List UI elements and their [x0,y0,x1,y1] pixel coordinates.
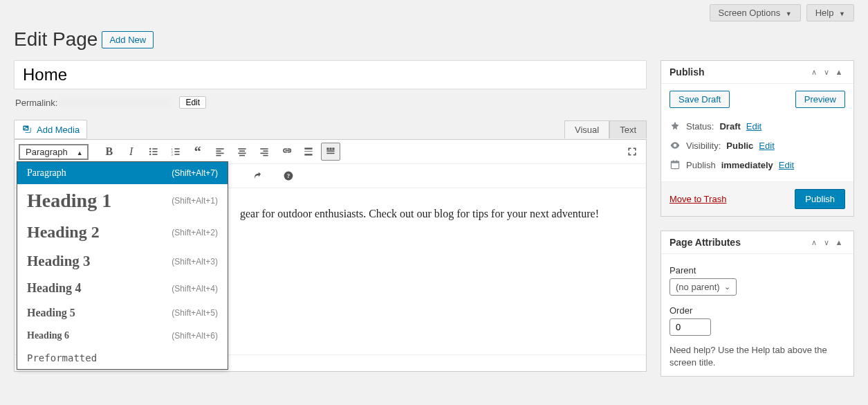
permalink-url [60,98,171,107]
link-button[interactable] [277,143,296,161]
caret-up-icon: ▲ [77,150,83,156]
svg-rect-11 [174,154,179,155]
svg-rect-5 [152,154,157,155]
redo-button[interactable] [248,167,268,185]
svg-rect-29 [332,147,334,150]
bullet-list-button[interactable] [144,143,163,161]
svg-rect-3 [152,151,157,152]
move-to-trash-link[interactable]: Move to Trash [670,194,726,204]
format-option[interactable]: Heading 2(Shift+Alt+2) [17,217,228,247]
svg-rect-14 [216,153,223,154]
format-option[interactable]: Preformatted [17,347,228,369]
toggle-panel-icon[interactable]: ▲ [833,68,845,76]
format-dropdown[interactable]: Paragraph(Shift+Alt+7)Heading 1(Shift+Al… [17,161,228,370]
svg-point-0 [149,148,151,150]
svg-rect-26 [304,154,312,155]
svg-rect-37 [676,161,678,162]
page-title: Edit Page [14,28,98,51]
align-right-button[interactable] [255,143,274,161]
page-attributes-metabox: Page Attributes ∧ ∨ ▲ Parent (no parent)… [661,231,854,377]
format-option[interactable]: Heading 4(Shift+Alt+4) [17,276,228,301]
move-down-icon[interactable]: ∨ [820,68,833,77]
svg-rect-22 [260,153,268,154]
preview-button[interactable]: Preview [795,91,845,108]
svg-rect-27 [326,147,329,150]
svg-rect-35 [671,161,678,163]
format-option[interactable]: Heading 6(Shift+Alt+6) [17,325,228,347]
tab-visual[interactable]: Visual [564,120,609,138]
read-more-button[interactable] [299,143,318,161]
publish-title: Publish [670,66,808,78]
svg-rect-30 [326,150,334,152]
permalink-edit-button[interactable]: Edit [179,96,206,109]
help-icon-button[interactable]: ? [279,167,298,185]
format-option[interactable]: Paragraph(Shift+Alt+7) [17,162,228,184]
visibility-edit-link[interactable]: Edit [759,141,774,151]
publish-metabox: Publish ∧ ∨ ▲ Save Draft Preview Status:… [661,60,854,217]
screen-options-button[interactable]: Screen Options ▼ [710,4,801,21]
svg-rect-18 [238,153,246,154]
fullscreen-button[interactable] [622,143,642,161]
svg-rect-28 [329,147,331,150]
move-down-icon[interactable]: ∨ [820,238,833,247]
visibility-icon [670,140,681,151]
caret-down-icon: ▼ [786,10,792,17]
svg-rect-7 [174,148,179,150]
parent-label: Parent [670,265,845,276]
numbered-list-button[interactable]: 123 [166,143,185,161]
chevron-down-icon: ⌄ [724,282,730,291]
svg-text:?: ? [287,172,290,179]
status-edit-link[interactable]: Edit [746,121,761,132]
svg-rect-13 [216,150,221,152]
post-title-input[interactable] [14,60,647,89]
caret-down-icon: ▼ [839,10,845,17]
svg-rect-17 [239,150,245,152]
svg-rect-23 [263,155,268,156]
align-left-button[interactable] [210,143,230,161]
toolbar-toggle-button[interactable] [321,143,340,161]
svg-rect-1 [152,148,157,150]
svg-rect-9 [174,151,179,152]
svg-rect-15 [216,155,221,156]
publish-button[interactable]: Publish [795,189,845,209]
svg-point-4 [149,154,151,155]
schedule-edit-link[interactable]: Edit [779,160,794,170]
add-new-button[interactable]: Add New [102,31,154,48]
bold-button[interactable]: B [100,143,119,161]
italic-button[interactable]: I [122,143,141,161]
tab-text[interactable]: Text [609,120,647,138]
svg-rect-31 [326,153,334,154]
move-up-icon[interactable]: ∧ [808,68,820,77]
format-option[interactable]: Heading 5(Shift+Alt+5) [17,301,228,325]
add-media-button[interactable]: Add Media [14,120,87,139]
svg-rect-16 [238,148,246,150]
svg-text:3: 3 [171,153,173,156]
order-label: Order [670,305,845,316]
svg-point-2 [149,151,151,152]
format-option[interactable]: Heading 3(Shift+Alt+3) [17,247,228,276]
save-draft-button[interactable]: Save Draft [670,91,730,108]
attributes-help-text: Need help? Use the Help tab above the sc… [670,344,845,369]
attributes-title: Page Attributes [670,237,808,248]
help-button[interactable]: Help ▼ [806,4,854,21]
order-input[interactable] [670,318,711,336]
calendar-icon [670,159,681,170]
pin-icon [670,120,681,132]
format-option[interactable]: Heading 1(Shift+Alt+1) [17,184,228,217]
svg-rect-36 [673,161,674,162]
svg-rect-24 [304,147,312,149]
svg-rect-12 [216,148,223,150]
svg-rect-20 [260,148,268,150]
move-up-icon[interactable]: ∧ [808,238,820,247]
parent-select[interactable]: (no parent) ⌄ [670,278,737,296]
media-icon [21,124,33,135]
align-center-button[interactable] [232,143,252,161]
toggle-panel-icon[interactable]: ▲ [833,238,845,246]
blockquote-button[interactable]: “ [188,143,207,161]
svg-rect-21 [263,150,268,152]
permalink-label: Permalink: [15,98,57,108]
svg-rect-19 [239,155,245,156]
format-select[interactable]: Paragraph ▲ [19,144,89,160]
svg-rect-25 [304,151,312,152]
